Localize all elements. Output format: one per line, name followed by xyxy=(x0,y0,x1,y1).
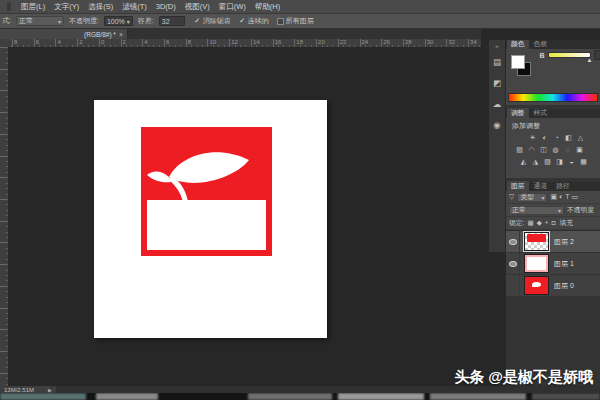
panel-tab[interactable]: 调整 xyxy=(507,108,529,118)
expand-panels-icon[interactable]: « xyxy=(495,43,498,49)
eye-icon xyxy=(509,239,517,245)
taskbar-window-button[interactable] xyxy=(248,393,332,400)
ruler-number: 2 xyxy=(79,39,101,46)
blend-mode-value: 正常 xyxy=(512,205,526,215)
adjustment-icon[interactable]: ▧ xyxy=(515,145,524,154)
logo-red-square xyxy=(141,127,272,256)
panel-tab[interactable]: 色板 xyxy=(530,40,552,49)
visibility-toggle[interactable] xyxy=(506,253,520,274)
history[interactable]: ▤ xyxy=(493,58,501,67)
ruler-number: 4 xyxy=(57,39,79,46)
status-expand-icon[interactable]: ▶ xyxy=(48,387,52,393)
window-edge-stub xyxy=(7,2,11,11)
adjustment-icon[interactable]: ▣ xyxy=(575,145,584,154)
fill-label: 填充 xyxy=(559,218,573,228)
menu-item[interactable]: 视图(V) xyxy=(185,2,210,12)
menu-item[interactable]: 图层(L) xyxy=(21,2,45,12)
visibility-toggle[interactable] xyxy=(506,275,520,296)
watermark-brand: 头条 xyxy=(454,368,484,385)
panel-tab[interactable]: 图层 xyxy=(507,181,529,191)
ruler-number: 32 xyxy=(448,39,470,46)
panel-tab[interactable]: 颜色 xyxy=(507,40,529,49)
adjustment-icon[interactable]: ▦ xyxy=(579,157,588,166)
tolerance-input[interactable]: 32 xyxy=(159,16,185,26)
taskbar-window-button[interactable] xyxy=(0,393,86,400)
adjustment-icon[interactable]: ◍ xyxy=(551,145,560,154)
图层 0[interactable]: 图层 0 xyxy=(506,275,600,297)
taskbar-window-button[interactable] xyxy=(430,393,526,400)
layer-name: 图层 2 xyxy=(554,237,574,247)
taskbar-tray-area[interactable] xyxy=(532,393,600,400)
layer-filter-icon[interactable]: ▣ xyxy=(550,193,557,201)
adjustment-icon[interactable]: ◧ xyxy=(564,133,573,142)
menu-item[interactable]: 选择(S) xyxy=(88,2,113,12)
adjustment-icon[interactable]: ◭ xyxy=(519,157,528,166)
color-slider[interactable]: ▲ xyxy=(548,52,591,58)
lock-option-icon[interactable]: ◆ xyxy=(537,219,542,227)
tolerance-label: 容差: xyxy=(138,16,154,26)
adjustment-icon[interactable]: ◒ xyxy=(567,157,576,166)
menu-item[interactable]: 窗口(W) xyxy=(219,2,246,12)
adjustment-icon[interactable]: ◫ xyxy=(539,145,548,154)
info[interactable]: ◉ xyxy=(493,121,500,130)
layer-filter-icon[interactable]: ▭ xyxy=(572,193,579,201)
lock-option-icon[interactable]: ◘ xyxy=(551,219,555,227)
adjustment-icon[interactable]: ◐ xyxy=(540,133,549,142)
mode-dropdown[interactable]: 正常 xyxy=(16,16,64,26)
panel-tab[interactable]: 路径 xyxy=(552,181,574,191)
ruler-number: 18 xyxy=(296,39,318,46)
图层 1[interactable]: 图层 1 xyxy=(506,253,600,275)
slider-thumb-icon[interactable]: ▲ xyxy=(587,57,592,63)
menu-item[interactable]: 3D(D) xyxy=(156,2,176,12)
ruler-number: 14 xyxy=(253,39,275,46)
menu-item[interactable]: 文字(Y) xyxy=(54,2,79,12)
canvas-workspace[interactable] xyxy=(8,47,481,386)
adjustment-icon[interactable]: ◌ xyxy=(563,145,572,154)
ruler-number: 6 xyxy=(36,39,58,46)
visibility-toggle[interactable] xyxy=(506,231,520,252)
color-panel: R ▲ G ▲ B ▲ xyxy=(506,49,600,105)
option-checkbox[interactable]: 所有图层 xyxy=(277,16,314,26)
menu-item[interactable]: 滤镜(T) xyxy=(122,2,147,12)
libraries[interactable]: ☁ xyxy=(493,100,502,109)
panel-tab[interactable]: 通道 xyxy=(530,181,552,191)
document-tab[interactable]: (RGB/8#) * × xyxy=(0,29,128,39)
adjustment-icon[interactable]: △ xyxy=(576,133,585,142)
menu-item[interactable]: 帮助(H) xyxy=(255,2,280,12)
adjustment-icon[interactable]: ◠ xyxy=(527,145,536,154)
layer-thumbnail[interactable] xyxy=(524,276,549,295)
option-checkbox[interactable]: 连续的 xyxy=(239,16,269,26)
layer-filter-icon[interactable]: ◐ xyxy=(559,193,563,201)
taskbar-window-button[interactable] xyxy=(338,393,424,400)
taskbar-window-button[interactable] xyxy=(96,393,158,400)
blend-mode-row: 正常 不透明度 xyxy=(506,204,600,217)
document-canvas[interactable] xyxy=(94,100,327,338)
panel-tab[interactable]: 样式 xyxy=(530,108,552,118)
图层 2[interactable]: 图层 2 xyxy=(506,231,600,253)
layer-list: 图层 2 图层 1 图层 0 xyxy=(506,230,600,297)
opacity-label: 不透明度: xyxy=(69,16,99,26)
adjustment-icon[interactable]: ▨ xyxy=(543,157,552,166)
layer-filter-icon[interactable]: T xyxy=(565,193,569,201)
option-checkbox[interactable]: 消除锯齿 xyxy=(194,16,231,26)
layer-thumbnail[interactable] xyxy=(524,254,549,273)
opacity-input[interactable]: 100% xyxy=(104,16,133,26)
properties[interactable]: ◩ xyxy=(493,79,501,88)
tolerance-value: 32 xyxy=(162,18,170,25)
lock-option-icon[interactable]: ▦ xyxy=(527,219,533,227)
adjustment-icon[interactable]: ◨ xyxy=(555,157,564,166)
adjustment-icon[interactable]: ☀ xyxy=(528,133,537,142)
channel-value-box[interactable] xyxy=(594,50,600,60)
adjustment-icon[interactable]: ◮ xyxy=(531,157,540,166)
foreground-color-swatch[interactable] xyxy=(511,55,525,69)
blend-mode-dropdown[interactable]: 正常 xyxy=(509,206,564,215)
layers-panel: ▽ 类型 ▣◐T▭ 正常 不透明度 锁定: ▦◆+◘ 填充 xyxy=(506,191,600,297)
close-tab-icon[interactable]: × xyxy=(119,31,123,38)
layer-name: 图层 0 xyxy=(554,281,574,291)
layer-thumbnail[interactable] xyxy=(524,232,549,251)
layers-panel-tabs: 图层通道路径 xyxy=(506,182,600,191)
lock-option-icon[interactable]: + xyxy=(545,219,549,227)
layer-filter-dropdown[interactable]: 类型 xyxy=(517,193,547,202)
adjustment-icon[interactable]: ◔ xyxy=(552,133,561,142)
color-spectrum-bar[interactable] xyxy=(508,93,598,102)
